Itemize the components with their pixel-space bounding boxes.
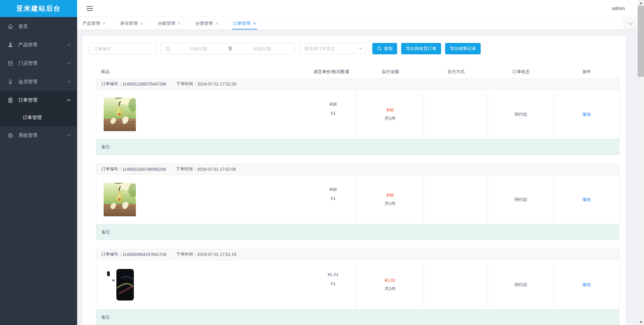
order-no-value: 1145631266075447296	[122, 82, 166, 87]
chevron-down-icon	[359, 47, 363, 50]
col-payment-method: 支付方式	[424, 69, 488, 75]
modify-link[interactable]: 修改	[582, 197, 591, 203]
topbar: admin	[77, 0, 638, 17]
hamburger-menu-icon[interactable]	[87, 6, 93, 11]
col-paid-amount: 实付金额	[357, 69, 424, 75]
order-remark-row: 备注:	[96, 224, 620, 240]
tab-close-icon[interactable]: ×	[103, 21, 105, 26]
sidebar-item-stores[interactable]: 门店管理	[0, 54, 77, 72]
unit-price: ¥1.01	[315, 270, 352, 279]
sidebar-item-orders[interactable]: 订单管理	[0, 91, 77, 109]
order-no-value: 1145631160748085248	[122, 167, 166, 172]
tab-category-management[interactable]: 分类管理 ×	[196, 17, 218, 30]
order-time-label: 下单时间：	[176, 81, 198, 87]
select-placeholder: 请选择订单状态	[304, 46, 335, 52]
order-header-bar: 订单编号：1145631266075447296 下单时间：2019-07-01…	[96, 78, 620, 90]
sidebar-item-products[interactable]: 产品管理	[0, 36, 77, 54]
remark-label: 备注:	[101, 315, 111, 320]
modify-link[interactable]: 修改	[582, 111, 591, 117]
product-image	[104, 183, 136, 216]
tab-product-management[interactable]: 产品管理 ×	[83, 17, 105, 30]
order-status-select[interactable]: 请选择订单状态	[300, 43, 366, 54]
start-date-input[interactable]	[170, 46, 227, 51]
sidebar-subitem-label: 订单管理	[23, 115, 42, 121]
scrollbar-thumb[interactable]	[638, 6, 644, 77]
end-date-input[interactable]	[234, 46, 290, 51]
paid-amount: ¥38	[386, 193, 394, 198]
user-menu[interactable]: admin	[612, 6, 625, 11]
gear-icon	[7, 132, 13, 139]
remark-label: 备注:	[101, 229, 111, 235]
sidebar-item-system[interactable]: 系统管理	[0, 126, 77, 145]
page-scrollbar[interactable]	[638, 0, 644, 325]
sidebar-group-orders: 订单管理 订单管理	[0, 91, 77, 126]
order-no-label: 订单编号：	[101, 166, 122, 172]
order-time-value: 2019-07-01 17:52:33	[197, 82, 236, 87]
col-order-status: 订单状态	[488, 69, 554, 75]
chevron-down-icon	[67, 134, 70, 137]
search-icon	[377, 46, 382, 51]
order-status: 待付款	[515, 282, 528, 288]
order-row: ¥38 X1 ¥38 共1件 待付款 修改	[96, 90, 620, 139]
search-button[interactable]: 查询	[372, 43, 397, 54]
tab-close-icon[interactable]: ×	[140, 21, 143, 26]
order-header-bar: 订单编号：1145630954157641728 下单时间：2019-07-01…	[96, 249, 620, 260]
tab-close-icon[interactable]: ×	[178, 21, 180, 26]
tab-list-dropdown-button[interactable]	[624, 17, 638, 30]
total-items: 共1件	[384, 286, 395, 292]
unit-price: ¥38	[315, 185, 352, 194]
tab-label: 分类管理	[196, 20, 213, 26]
quantity: X1	[315, 279, 352, 288]
order-row: ¥38 X1 ¥38 共1件 待付款 修改	[96, 175, 620, 224]
total-items: 共1件	[384, 201, 395, 207]
orders-table: 商品 成交单价/购买数量 实付金额 支付方式 订单状态 操作 订单编号：1145…	[96, 65, 620, 325]
tab-close-icon[interactable]: ×	[253, 21, 256, 26]
date-range-picker[interactable]: 至	[160, 43, 295, 54]
sidebar: 亚米建站后台 首页 产品管理 门店管理	[0, 0, 77, 325]
export-sales-records-button[interactable]: 导出销售记录	[445, 43, 481, 54]
col-unit-price-qty: 成交单价/购买数量	[306, 69, 357, 75]
order-time-value: 2019-07-01 17:51:19	[197, 252, 236, 257]
chevron-down-icon	[629, 22, 633, 25]
order-no-label: 订单编号：	[101, 81, 122, 87]
tabbar: 产品管理 × 评论管理 × 分组管理 × 分类管理 × 订单管理 ×	[77, 17, 638, 30]
sidebar-item-label: 订单管理	[18, 97, 37, 103]
product-image	[104, 268, 136, 302]
store-icon	[7, 60, 13, 66]
order-number-input[interactable]	[89, 43, 156, 54]
sidebar-item-home[interactable]: 首页	[0, 17, 77, 36]
tab-group-management[interactable]: 分组管理 ×	[158, 17, 180, 30]
tab-order-management[interactable]: 订单管理 ×	[233, 17, 256, 30]
sidebar-subitem-orders[interactable]: 订单管理	[0, 109, 77, 126]
unit-price: ¥38	[315, 100, 352, 109]
filter-bar: 至 请选择订单状态 查询 导出待发货订单 导出销售记录	[89, 43, 619, 54]
table-header: 商品 成交单价/购买数量 实付金额 支付方式 订单状态 操作	[96, 65, 620, 78]
home-icon	[7, 23, 13, 30]
order-remark-row: 备注:	[96, 139, 620, 155]
order-remark-row: 备注:	[96, 310, 620, 325]
product-image	[104, 98, 136, 131]
sidebar-item-label: 产品管理	[18, 42, 37, 48]
order-no-value: 1145630954157641728	[122, 252, 166, 257]
paid-amount: ¥1.01	[385, 278, 396, 283]
tab-label: 订单管理	[233, 20, 251, 26]
scrollbar-up-arrow[interactable]	[638, 0, 644, 6]
order-time-label: 下单时间：	[176, 166, 197, 172]
order-block: 订单编号：1145631266075447296 下单时间：2019-07-01…	[96, 78, 620, 155]
tab-comment-management[interactable]: 评论管理 ×	[120, 17, 143, 30]
sidebar-item-members[interactable]: 会员管理	[0, 72, 77, 91]
scrollbar-down-arrow[interactable]	[638, 319, 644, 325]
clock-icon	[165, 46, 170, 51]
user-icon	[7, 42, 13, 48]
admin-screen: 亚米建站后台 首页 产品管理 门店管理	[0, 0, 644, 325]
quantity: X1	[315, 194, 352, 203]
tab-close-icon[interactable]: ×	[216, 21, 218, 26]
remark-label: 备注:	[101, 144, 111, 150]
export-pending-orders-button[interactable]: 导出待发货订单	[401, 43, 441, 54]
orders-list: 订单编号：1145631266075447296 下单时间：2019-07-01…	[96, 78, 620, 325]
sidebar-item-label: 会员管理	[18, 79, 37, 85]
order-time-value: 2019-07-01 17:52:08	[197, 167, 236, 172]
chevron-down-icon	[67, 62, 70, 64]
sidebar-item-label: 门店管理	[18, 60, 37, 66]
modify-link[interactable]: 修改	[582, 282, 591, 288]
